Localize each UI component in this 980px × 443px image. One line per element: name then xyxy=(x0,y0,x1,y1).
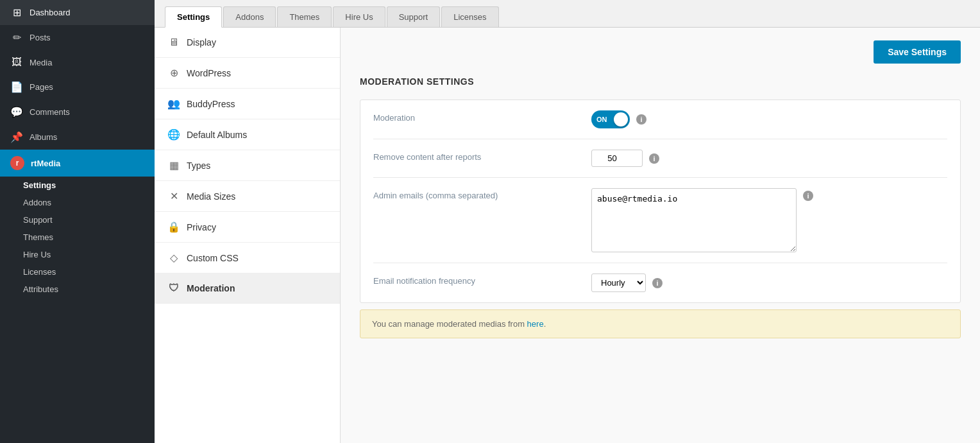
sidebar-item-label: Pages xyxy=(30,82,53,92)
leftnav-privacy-label: Privacy xyxy=(187,222,216,232)
notice-link[interactable]: here xyxy=(527,319,544,329)
leftnav-media-sizes-label: Media Sizes xyxy=(187,191,235,202)
rtmedia-icon: r xyxy=(10,156,24,170)
email-frequency-select[interactable]: Hourly Daily Weekly xyxy=(591,274,646,292)
tab-themes[interactable]: Themes xyxy=(277,6,332,27)
sidebar-item-label: Albums xyxy=(30,132,57,142)
leftnav-custom-css[interactable]: ◇ Custom CSS xyxy=(155,243,340,274)
sidebar-item-label: Posts xyxy=(30,33,51,42)
privacy-icon: 🔒 xyxy=(167,221,180,233)
notice-text: You can manage moderated medias from xyxy=(372,319,527,329)
admin-emails-textarea[interactable]: abuse@rtmedia.io xyxy=(591,188,797,252)
sidebar-item-label: Comments xyxy=(30,107,70,117)
leftnav-moderation[interactable]: 🛡 Moderation xyxy=(155,274,340,304)
sidebar-submenu-addons[interactable]: Addons xyxy=(23,194,155,211)
admin-emails-info-icon[interactable]: i xyxy=(803,191,813,201)
settings-row-admin-emails: Admin emails (comma separated) abuse@rtm… xyxy=(373,178,947,263)
settings-row-moderation: Moderation ON i xyxy=(373,100,947,139)
albums-icon: 📌 xyxy=(10,131,23,143)
moderation-label: Moderation xyxy=(373,110,579,123)
tab-hire-us[interactable]: Hire Us xyxy=(333,6,385,27)
save-btn-row: Save Settings xyxy=(360,40,961,64)
sidebar-submenu-attributes[interactable]: Attributes xyxy=(23,281,155,298)
leftnav-display-label: Display xyxy=(187,37,216,48)
default-albums-icon: 🌐 xyxy=(167,128,180,141)
tab-support[interactable]: Support xyxy=(387,6,441,27)
leftnav-wordpress-label: WordPress xyxy=(187,68,231,78)
sidebar-submenu: Settings Addons Support Themes Hire Us L… xyxy=(0,177,155,298)
comments-icon: 💬 xyxy=(10,106,23,118)
remove-content-input[interactable] xyxy=(591,150,643,167)
sidebar-arrow xyxy=(148,157,155,169)
media-icon: 🖼 xyxy=(10,56,23,68)
sidebar-item-albums[interactable]: 📌 Albums xyxy=(0,125,155,150)
left-nav: 🖥 Display ⊕ WordPress 👥 BuddyPress 🌐 Def… xyxy=(155,28,341,443)
leftnav-types[interactable]: ▦ Types xyxy=(155,150,340,181)
sidebar-rtmedia-label: rtMedia xyxy=(31,159,60,168)
sidebar-submenu-settings[interactable]: Settings xyxy=(23,177,155,194)
dashboard-icon: ⊞ xyxy=(10,6,23,19)
sidebar-item-pages[interactable]: 📄 Pages xyxy=(0,74,155,100)
leftnav-media-sizes[interactable]: ✕ Media Sizes xyxy=(155,181,340,212)
sidebar-item-posts[interactable]: ✏ Posts xyxy=(0,25,155,50)
remove-content-control: i xyxy=(591,150,659,167)
remove-content-info-icon[interactable]: i xyxy=(649,153,659,164)
display-icon: 🖥 xyxy=(167,37,180,48)
leftnav-moderation-label: Moderation xyxy=(187,283,235,293)
leftnav-wordpress[interactable]: ⊕ WordPress xyxy=(155,58,340,89)
moderation-info-icon[interactable]: i xyxy=(636,114,646,125)
email-frequency-control: Hourly Daily Weekly i xyxy=(591,274,663,292)
email-frequency-label: Email notification frequency xyxy=(373,274,579,286)
admin-emails-control: abuse@rtmedia.io i xyxy=(591,188,813,252)
toggle-on-label: ON xyxy=(596,116,607,123)
notice-suffix: . xyxy=(544,319,546,329)
wordpress-icon: ⊕ xyxy=(167,67,180,79)
types-icon: ▦ xyxy=(167,159,180,171)
sidebar-submenu-themes[interactable]: Themes xyxy=(23,229,155,246)
leftnav-default-albums-label: Default Albums xyxy=(187,130,247,140)
admin-emails-label: Admin emails (comma separated) xyxy=(373,188,579,200)
settings-rows-wrap: Moderation ON i Remove content after rep… xyxy=(360,100,961,303)
moderation-toggle[interactable]: ON xyxy=(591,110,630,128)
posts-icon: ✏ xyxy=(10,31,23,44)
notice-bar: You can manage moderated medias from her… xyxy=(360,309,961,338)
sidebar-submenu-support[interactable]: Support xyxy=(23,211,155,229)
tab-addons[interactable]: Addons xyxy=(223,6,276,27)
sidebar-submenu-hire-us[interactable]: Hire Us xyxy=(23,246,155,263)
section-title: MODERATION SETTINGS xyxy=(360,76,961,87)
tab-licenses[interactable]: Licenses xyxy=(441,6,498,27)
sidebar-item-rtmedia[interactable]: r rtMedia xyxy=(0,150,155,177)
tab-settings[interactable]: Settings xyxy=(165,6,222,28)
sidebar-item-media[interactable]: 🖼 Media xyxy=(0,50,155,74)
leftnav-privacy[interactable]: 🔒 Privacy xyxy=(155,212,340,243)
settings-row-email-frequency: Email notification frequency Hourly Dail… xyxy=(373,263,947,302)
media-sizes-icon: ✕ xyxy=(167,190,180,202)
remove-content-label: Remove content after reports xyxy=(373,150,579,162)
settings-panel: Save Settings MODERATION SETTINGS Modera… xyxy=(341,28,980,443)
pages-icon: 📄 xyxy=(10,81,23,93)
sidebar-item-label: Dashboard xyxy=(30,8,71,17)
content-area: 🖥 Display ⊕ WordPress 👥 BuddyPress 🌐 Def… xyxy=(155,28,980,443)
sidebar: ⊞ Dashboard ✏ Posts 🖼 Media 📄 Pages 💬 Co… xyxy=(0,0,155,443)
leftnav-display[interactable]: 🖥 Display xyxy=(155,28,340,58)
leftnav-types-label: Types xyxy=(187,161,210,171)
leftnav-buddypress[interactable]: 👥 BuddyPress xyxy=(155,89,340,119)
sidebar-item-label: Media xyxy=(30,58,52,67)
leftnav-custom-css-label: Custom CSS xyxy=(187,253,239,263)
sidebar-item-dashboard[interactable]: ⊞ Dashboard xyxy=(0,0,155,25)
leftnav-buddypress-label: BuddyPress xyxy=(187,99,235,109)
sidebar-submenu-licenses[interactable]: Licenses xyxy=(23,263,155,281)
email-frequency-info-icon[interactable]: i xyxy=(652,278,663,288)
save-settings-button[interactable]: Save Settings xyxy=(874,40,961,64)
leftnav-default-albums[interactable]: 🌐 Default Albums xyxy=(155,119,340,150)
main-content: Settings Addons Themes Hire Us Support L… xyxy=(155,0,980,443)
sidebar-item-comments[interactable]: 💬 Comments xyxy=(0,100,155,125)
toggle-knob xyxy=(614,112,628,126)
moderation-control: ON i xyxy=(591,110,646,128)
custom-css-icon: ◇ xyxy=(167,252,180,264)
buddypress-icon: 👥 xyxy=(167,98,180,110)
moderation-icon: 🛡 xyxy=(167,282,180,294)
tabs-bar: Settings Addons Themes Hire Us Support L… xyxy=(155,0,980,28)
settings-row-remove-content: Remove content after reports i xyxy=(373,139,947,178)
